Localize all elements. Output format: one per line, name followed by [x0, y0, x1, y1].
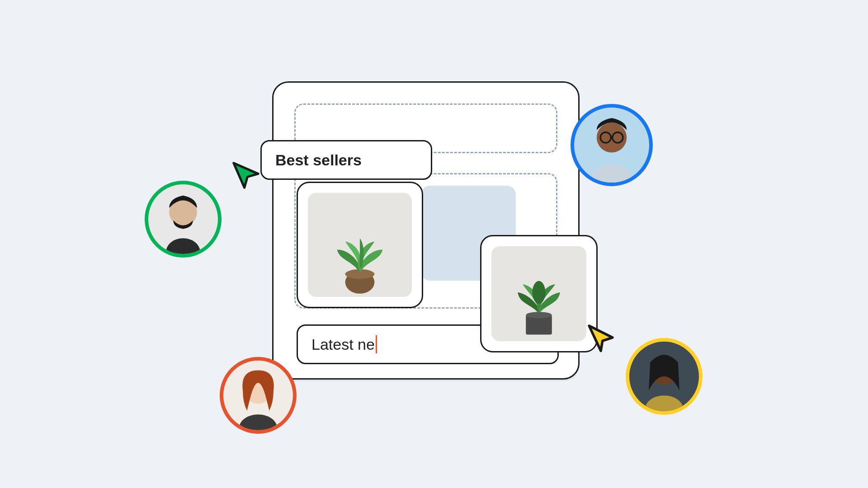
product-card-dragging[interactable] — [480, 235, 598, 352]
avatar-image — [223, 361, 293, 430]
plant-icon — [498, 260, 580, 341]
collaborator-avatar-yellow[interactable] — [626, 338, 703, 415]
text-caret-icon — [376, 335, 377, 353]
collaborator-avatar-green[interactable] — [145, 181, 222, 258]
product-thumbnail — [491, 246, 586, 341]
avatar-image — [629, 342, 699, 411]
product-card[interactable] — [297, 182, 423, 308]
collaborator-avatar-orange[interactable] — [220, 357, 297, 434]
collaboration-illustration: Best sellers — [0, 0, 868, 488]
section-title-text: Best sellers — [275, 151, 362, 169]
avatar-image — [574, 108, 649, 183]
plant-icon — [319, 216, 401, 297]
typing-text: Latest ne — [311, 336, 375, 353]
collaborator-avatar-blue[interactable] — [571, 104, 653, 186]
svg-point-4 — [533, 281, 546, 304]
section-title-chip[interactable]: Best sellers — [260, 140, 432, 180]
product-thumbnail — [308, 193, 412, 297]
cursor-arrow-icon — [584, 321, 618, 354]
avatar-image — [148, 184, 218, 254]
cursor-arrow-icon — [231, 160, 261, 191]
